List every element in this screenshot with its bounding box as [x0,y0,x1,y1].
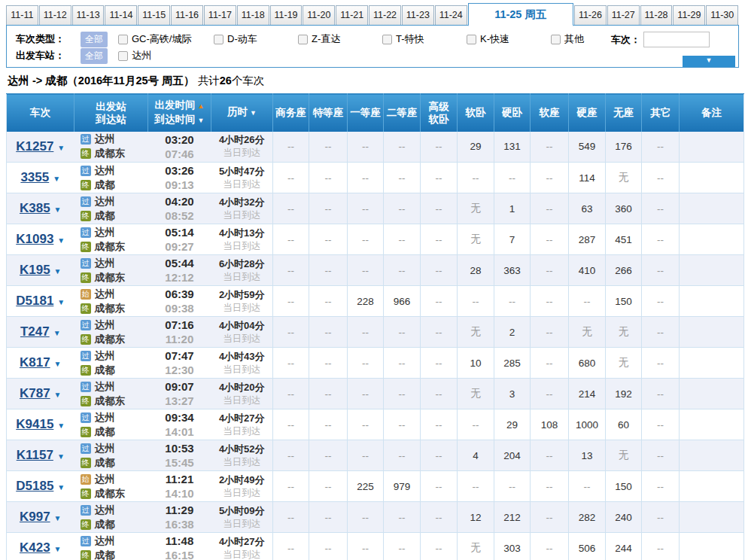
train-row: K817▼过达州终成都07:4712:304小时43分当日到达---------… [7,348,744,379]
train-search-page: 11-1111-1211-1311-1411-1511-1611-1711-18… [6,0,739,560]
column-header: 软卧 [458,94,494,132]
date-tab[interactable]: 11-15 [138,5,170,25]
checkbox-icon[interactable] [118,35,128,44]
seat-count-cell: -- [531,502,569,533]
train-number-link[interactable]: K9415 [16,417,53,431]
train-number-link[interactable]: D5185 [16,479,53,493]
date-tab[interactable]: 11-27 [607,5,640,25]
train-number-link[interactable]: K385 [20,201,50,215]
seat-count-cell: 244 [606,533,642,560]
row-expand-icon[interactable]: ▼ [57,144,65,152]
station-end-badge: 终 [81,211,91,221]
stations-cell: 过达州终成都 [74,440,148,471]
train-number-link[interactable]: K423 [20,540,50,555]
date-tab[interactable]: 11-19 [270,5,303,25]
date-tab[interactable]: 11-21 [336,5,368,25]
train-number-link[interactable]: K1157 [17,448,53,462]
row-expand-icon[interactable]: ▼ [57,422,65,430]
checkbox-icon[interactable] [382,35,392,44]
sort-asc-icon[interactable]: ▲ [198,102,205,110]
train-type-option[interactable]: T-特快 [382,32,467,46]
date-tab[interactable]: 11-13 [72,5,105,25]
depart-station-all-button[interactable]: 全部 [81,48,108,64]
train-type-all-button[interactable]: 全部 [81,32,108,47]
row-expand-icon[interactable]: ▼ [53,329,61,337]
row-expand-icon[interactable]: ▼ [54,360,62,368]
date-tab[interactable]: 11-29 [673,5,705,25]
checkbox-icon[interactable] [467,35,476,44]
train-type-option[interactable]: GC-高铁/城际 [118,32,214,46]
seat-count-cell: 266 [606,255,642,286]
date-tab-selected[interactable]: 11-25 周五 [468,3,573,26]
column-header: 软座 [531,94,569,132]
seat-count-cell: -- [384,163,421,193]
station-pass-badge: 过 [81,134,91,145]
date-tab[interactable]: 11-16 [171,5,203,25]
train-number-link[interactable]: D5181 [16,294,53,308]
stations-cell: 过达州终成都东 [74,255,148,286]
date-tab[interactable]: 11-14 [105,5,137,25]
date-tab[interactable]: 11-24 [435,5,467,25]
column-header[interactable]: 出发时间▲到达时间▼ [148,94,211,132]
checkbox-icon[interactable] [118,51,128,61]
sort-desc-icon[interactable]: ▼ [198,117,205,124]
checkbox-icon[interactable] [298,35,308,44]
train-type-option[interactable]: K-快速 [467,32,551,46]
column-header[interactable]: 历时▼ [211,94,273,132]
row-expand-icon[interactable]: ▼ [54,391,62,399]
date-tab[interactable]: 11-20 [303,5,335,25]
depart-station-option[interactable]: 达州 [118,49,151,62]
train-number-link[interactable]: 3355 [20,170,49,184]
checkbox-icon[interactable] [551,35,561,44]
train-number-link[interactable]: K195 [20,263,50,277]
duration-cell: 5小时09分当日到达 [211,502,273,533]
times-cell: 07:1611:20 [148,317,211,348]
row-expand-icon[interactable]: ▼ [57,483,65,492]
date-tab[interactable]: 11-17 [204,5,236,25]
train-number-link[interactable]: K997 [20,510,50,524]
row-expand-icon[interactable]: ▼ [57,298,65,306]
train-row: D5181▼始达州终成都东06:3909:382小时59分当日到达----228… [7,286,744,317]
train-number-link[interactable]: K817 [20,355,50,370]
train-number-link[interactable]: K1257 [16,139,53,154]
row-expand-icon[interactable]: ▼ [57,236,65,245]
checkbox-icon[interactable] [214,35,224,44]
seat-count-cell: 225 [348,471,384,502]
date-tab[interactable]: 11-18 [237,5,269,25]
duration-cell: 4小时52分当日到达 [211,440,273,471]
arrive-day-text: 当日到达 [211,240,273,253]
column-header: 二等座 [384,94,421,132]
row-expand-icon[interactable]: ▼ [57,452,65,461]
filter-expand-button[interactable]: ▼ [683,56,735,67]
row-expand-icon[interactable]: ▼ [54,267,62,275]
date-tab[interactable]: 11-22 [369,5,401,25]
train-type-option-label: GC-高铁/城际 [132,32,191,46]
arrive-day-text: 当日到达 [211,302,273,315]
train-number-link[interactable]: K1093 [16,232,53,246]
seat-count-cell: 28 [458,255,494,286]
train-number-link[interactable]: T247 [20,324,50,339]
date-tab[interactable]: 11-23 [402,5,434,25]
row-expand-icon[interactable]: ▼ [54,205,62,214]
train-type-option[interactable]: Z-直达 [298,32,382,46]
row-expand-icon[interactable]: ▼ [54,514,62,522]
column-header: 特等座 [309,94,348,132]
remark-cell [680,348,744,379]
train-no-input[interactable] [643,32,710,47]
date-tab[interactable]: 11-12 [39,5,71,25]
sort-desc-icon[interactable]: ▼ [250,109,257,117]
row-expand-icon[interactable]: ▼ [53,175,60,183]
train-type-option[interactable]: D-动车 [214,32,298,46]
seat-count-cell: 1 [494,193,531,224]
date-tab[interactable]: 11-11 [6,5,38,25]
seat-count-cell: -- [384,502,421,533]
station-end-badge: 终 [81,365,91,376]
seat-count-cell: 60 [606,409,642,440]
date-tab[interactable]: 11-28 [640,5,673,25]
train-number-link[interactable]: K787 [20,386,50,400]
date-tab[interactable]: 11-26 [574,5,607,25]
date-tab[interactable]: 11-30 [706,5,738,25]
row-expand-icon[interactable]: ▼ [54,545,62,553]
seat-count-cell: 176 [606,132,642,163]
station-pass-badge: 过 [81,258,91,269]
